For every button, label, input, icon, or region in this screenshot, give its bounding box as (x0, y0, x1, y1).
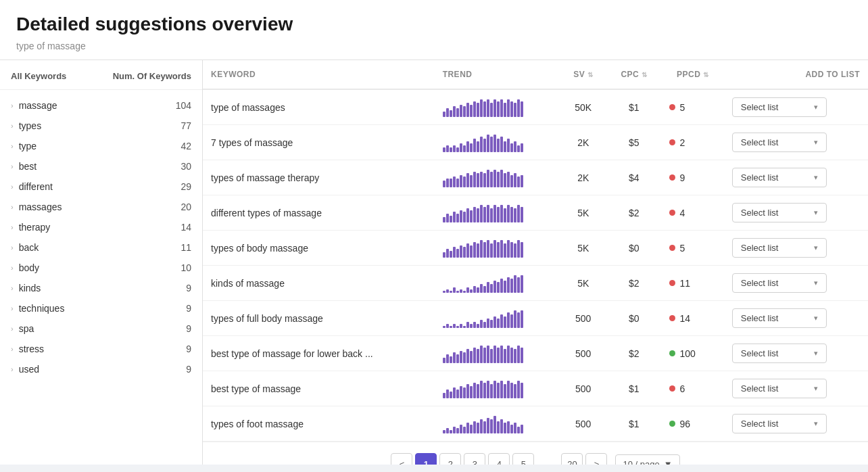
trend-bar (463, 326, 466, 328)
keyword-cell: types of massage therapy (203, 160, 435, 195)
trend-bar (466, 208, 469, 222)
trend-bar (453, 212, 456, 222)
sidebar-item[interactable]: › best 30 (0, 156, 202, 176)
per-page-chevron-icon: ▼ (664, 459, 673, 465)
trend-bar (514, 103, 516, 117)
trend-bar (453, 145, 456, 152)
trend-bar (456, 147, 459, 152)
sidebar-item-label: used (19, 364, 39, 375)
last-page-button[interactable]: 20 (561, 453, 583, 465)
sidebar-item[interactable]: › spa 9 (0, 318, 202, 339)
select-list-button[interactable]: Select list ▾ (732, 168, 827, 187)
ppcd-value: 5 (679, 102, 685, 113)
sidebar-item[interactable]: › used 9 (0, 359, 202, 379)
sidebar-item[interactable]: › massages 20 (0, 197, 202, 217)
ppcd-dot-icon (669, 385, 675, 392)
trend-bar (470, 175, 473, 187)
sidebar-item[interactable]: › different 29 (0, 176, 202, 197)
next-page-button[interactable]: > (585, 453, 607, 465)
ppcd-cell: 2 (661, 125, 723, 160)
trend-bar (490, 384, 493, 398)
trend-bar (480, 205, 483, 222)
page-5-button[interactable]: 5 (512, 453, 534, 465)
sidebar-item-count: 104 (176, 100, 191, 111)
trend-bar (463, 212, 466, 222)
cpc-cell: $0 (606, 301, 661, 336)
select-list-button[interactable]: Select list ▾ (732, 203, 827, 222)
keyword-cell: 7 types of massage (203, 125, 435, 160)
per-page-selector[interactable]: 10 / page ▼ (615, 454, 679, 465)
trend-bar (490, 284, 493, 293)
trend-bar (473, 172, 476, 187)
select-list-button[interactable]: Select list ▾ (732, 308, 827, 328)
select-list-button[interactable]: Select list ▾ (732, 273, 827, 293)
trend-bar (483, 322, 486, 328)
ppcd-value: 14 (679, 313, 690, 324)
trend-bar (463, 145, 466, 152)
sidebar-item-count: 9 (186, 303, 191, 314)
trend-bar (487, 381, 489, 398)
cpc-cell: $4 (606, 160, 661, 195)
add-to-list-cell: Select list ▾ (724, 125, 868, 160)
sidebar-item[interactable]: › stress 9 (0, 339, 202, 359)
trend-bar (450, 356, 452, 363)
trend-bar (521, 242, 523, 258)
prev-page-button[interactable]: < (391, 453, 412, 465)
col-add-to-list: ADD TO LIST (724, 60, 868, 89)
trend-bar (521, 310, 523, 328)
select-list-button[interactable]: Select list ▾ (732, 344, 827, 363)
page-2-button[interactable]: 2 (439, 453, 461, 465)
trend-bar (490, 208, 493, 222)
trend-bars (443, 204, 552, 222)
trend-bar (517, 381, 520, 398)
select-list-button[interactable]: Select list ▾ (732, 97, 827, 117)
select-list-button[interactable]: Select list ▾ (732, 238, 827, 258)
trend-bar (453, 176, 456, 187)
trend-bar (497, 348, 500, 363)
page-4-button[interactable]: 4 (488, 453, 510, 465)
sidebar-item[interactable]: › therapy 14 (0, 217, 202, 237)
trend-bar (450, 291, 452, 293)
sidebar-item[interactable]: › type 42 (0, 136, 202, 156)
trend-bar (450, 216, 452, 222)
sidebar-item[interactable]: › techniques 9 (0, 298, 202, 318)
add-to-list-cell: Select list ▾ (724, 160, 868, 195)
select-list-button[interactable]: Select list ▾ (732, 133, 827, 152)
page-1-button[interactable]: 1 (415, 453, 437, 465)
ppcd-cell: 11 (661, 266, 723, 301)
col-cpc[interactable]: CPC (606, 60, 661, 89)
col-ppcd[interactable]: PPCD (661, 60, 723, 89)
sidebar-item[interactable]: › body 10 (0, 258, 202, 278)
trend-bar (510, 143, 513, 152)
chevron-right-icon: › (11, 142, 14, 150)
ppcd-dot-icon (669, 210, 675, 216)
col-sv[interactable]: SV (560, 60, 606, 89)
trend-bar (470, 386, 473, 398)
select-list-button[interactable]: Select list ▾ (732, 414, 827, 433)
sidebar-item[interactable]: › massage 104 (0, 95, 202, 116)
ppcd-value: 11 (679, 278, 690, 289)
sidebar-item[interactable]: › back 11 (0, 237, 202, 258)
select-list-button[interactable]: Select list ▾ (732, 379, 827, 398)
keywords-table: KEYWORD TREND SV CPC PPCD ADD TO LIST ty… (203, 60, 868, 442)
trend-bar (456, 390, 459, 398)
trend-bar (473, 383, 476, 398)
sidebar-item-count: 30 (180, 161, 191, 172)
trend-bar (493, 281, 496, 293)
sidebar-item[interactable]: › types 77 (0, 116, 202, 136)
trend-bar (456, 354, 459, 363)
trend-bar (483, 173, 486, 187)
keyword-cell: types of body massage (203, 231, 435, 266)
sidebar-item[interactable]: › kinds 9 (0, 278, 202, 298)
sidebar-item-label: massage (19, 100, 57, 111)
chevron-down-icon: ▾ (814, 138, 818, 147)
trend-bar (463, 291, 466, 293)
trend-bar (521, 275, 523, 293)
page-3-button[interactable]: 3 (464, 453, 485, 465)
trend-bar (443, 112, 445, 117)
table-row: 7 types of massage 2K $5 2 Select list ▾ (203, 125, 868, 160)
trend-bar (504, 173, 506, 187)
trend-bar (510, 175, 513, 187)
trend-bars (443, 239, 552, 258)
keyword-cell: different types of massage (203, 195, 435, 231)
